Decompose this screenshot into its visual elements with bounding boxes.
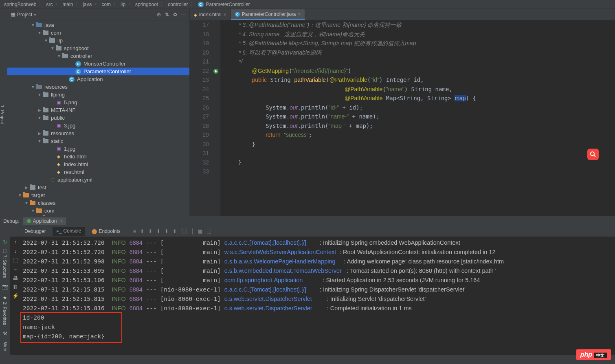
wrap-icon[interactable]: ⬚	[12, 257, 19, 263]
close-icon[interactable]: ×	[224, 12, 226, 18]
breadcrumb-item[interactable]: main	[62, 2, 73, 7]
favorites-tool-icon[interactable]: ★ 2: Favorites	[2, 295, 8, 325]
breadcrumb-item[interactable]: springBootweb	[4, 2, 36, 7]
breadcrumb-item[interactable]: ParameterController	[206, 2, 250, 7]
tree-item-application[interactable]: CApplication	[7, 75, 189, 83]
tree-item-index-html[interactable]: ◆index.html	[7, 160, 189, 168]
debug-panel: Debug: Application × Debugger▸_ Console⬤…	[0, 216, 615, 355]
tree-item-rest-html[interactable]: ◆rest.html	[7, 168, 189, 176]
tab-parametercontroller-java[interactable]: CParameterController.java×	[231, 9, 305, 20]
debug-action-icon[interactable]: ⬇	[148, 228, 152, 234]
debug-app-tab[interactable]: Application ×	[23, 217, 66, 225]
svg-line-2	[594, 155, 595, 157]
structure-tool-icon[interactable]: ⬚ 7: Structure	[2, 248, 8, 278]
left-tool-buttons: ⬚ 7: Structure 📷 ★ 2: Favorites ⚒ Web	[0, 244, 10, 355]
breadcrumb-item[interactable]: llp	[121, 2, 125, 7]
tree-item-5-png[interactable]: ▣5.png	[7, 99, 189, 106]
target-icon[interactable]: ⊕	[157, 12, 161, 18]
debug-tab-console[interactable]: ▸_ Console	[53, 227, 86, 236]
tree-item-com[interactable]: ▼com	[7, 207, 189, 215]
run-gutter-icon[interactable]	[213, 68, 220, 75]
tree-item-application-yml[interactable]: ⬚application.yml	[7, 176, 189, 184]
tree-item-com[interactable]: ▼com	[7, 29, 189, 37]
console-icons: ↑ ↓ ⬚ ≡ 🖶 🗑 ⚡	[10, 237, 20, 355]
line-gutter: 1718192021222324252627282930313233	[190, 20, 212, 216]
tree-item-public[interactable]: ▼public	[7, 114, 189, 122]
console-output[interactable]: 2022-07-31 21:51:52.720 INFO 6884 --- [ …	[20, 237, 615, 355]
editor-area: ◆index.html×CParameterController.java× 1…	[190, 9, 615, 216]
tree-item-hello-html[interactable]: ◆hello.html	[7, 153, 189, 160]
debug-action-icon[interactable]: ≡	[133, 228, 136, 234]
debug-tab-endpoints[interactable]: ⬤ Endpoints	[88, 227, 124, 235]
project-tool-button[interactable]: 1: Project	[0, 9, 7, 216]
svg-point-1	[591, 152, 594, 156]
tree-item-classes[interactable]: ▼classes	[7, 199, 189, 207]
project-header: ▦ Project ▾ ⊕ ⇅ ✿ —	[7, 9, 189, 20]
debug-subtabs: Debugger▸_ Console⬤ Endpoints≡⬆⬇⬇⬇⬆⬛│▦⬚	[0, 226, 615, 237]
debug-action-icon[interactable]: ▦	[198, 228, 202, 234]
debug-action-icon[interactable]: ⬆	[140, 228, 144, 234]
breadcrumb[interactable]: springBootweb〉src〉main〉java〉com〉llp〉spri…	[0, 0, 615, 9]
tree-item-llp[interactable]: ▼llp	[7, 37, 189, 44]
breadcrumb-item[interactable]: springboot	[135, 2, 158, 7]
tree-item-meta-inf[interactable]: ▶META-INF	[7, 106, 189, 114]
svg-point-3	[27, 219, 31, 223]
tree-item-target[interactable]: ▼target	[7, 191, 189, 199]
debug-header: Debug: Application ×	[0, 216, 615, 226]
expand-icon[interactable]: ⇅	[165, 12, 169, 18]
project-panel: ▦ Project ▾ ⊕ ⇅ ✿ — ▼java▼com▼llp▼spring…	[7, 9, 190, 216]
filter-icon[interactable]: ⚡	[12, 293, 19, 299]
tree-item-llpimg[interactable]: ▼llpimg	[7, 91, 189, 99]
tree-item-test[interactable]: ▶test	[7, 184, 189, 191]
tree-item-llp[interactable]: ▶llp	[7, 215, 189, 216]
breadcrumb-item[interactable]: com	[101, 2, 111, 7]
tree-item-resources[interactable]: ▼resources	[7, 83, 189, 91]
tree-item-3-jpg[interactable]: ▣3.jpg	[7, 122, 189, 129]
php-badge: php中文	[576, 349, 611, 360]
tree-item-resources[interactable]: ▶resources	[7, 129, 189, 137]
gutter-icons	[212, 20, 220, 216]
tree-item-springboot[interactable]: ▼springboot	[7, 44, 189, 52]
breadcrumb-item[interactable]: java	[83, 2, 92, 7]
tree-item-parametercontroller[interactable]: CParameterController	[7, 68, 189, 75]
close-icon[interactable]: ×	[60, 218, 63, 224]
code-area[interactable]: * 3. @PathVariable("name")：这里name 和{name…	[220, 20, 615, 216]
editor-tabs: ◆index.html×CParameterController.java×	[190, 9, 615, 20]
debug-action-icon[interactable]: ⬆	[173, 228, 177, 234]
down-icon[interactable]: ↓	[12, 248, 19, 254]
breadcrumb-item[interactable]: controller	[168, 2, 188, 7]
editor-body[interactable]: 1718192021222324252627282930313233 * 3. …	[190, 20, 615, 216]
debug-action-icon[interactable]: ⬛	[181, 228, 187, 234]
print-icon[interactable]: 🖶	[12, 275, 19, 281]
clear-icon[interactable]: 🗑	[12, 284, 19, 290]
scroll-icon[interactable]: ≡	[12, 266, 19, 272]
tab-index-html[interactable]: ◆index.html×	[190, 9, 231, 20]
breadcrumb-item[interactable]: src	[46, 2, 53, 7]
tree-item-controller[interactable]: ▼controller	[7, 52, 189, 60]
tree-item-java[interactable]: ▼java	[7, 21, 189, 29]
search-icon[interactable]	[587, 149, 599, 160]
debug-action-icon[interactable]: ⬇	[156, 228, 160, 234]
up-icon[interactable]: ↑	[12, 239, 19, 246]
project-title: Project	[17, 12, 32, 18]
camera-icon[interactable]: 📷	[2, 284, 8, 289]
debug-label: Debug:	[3, 218, 19, 224]
project-tree[interactable]: ▼java▼com▼llp▼springboot▼controllerCMons…	[7, 20, 189, 216]
hide-icon[interactable]: —	[181, 12, 186, 18]
tree-item-monstercontroller[interactable]: CMonsterController	[7, 60, 189, 68]
debug-action-icon[interactable]: ⬇	[165, 228, 169, 234]
gear-icon[interactable]: ✿	[173, 12, 177, 18]
tree-item-static[interactable]: ▼static	[7, 137, 189, 145]
debug-action-icon[interactable]: │	[191, 228, 194, 234]
debug-tab-debugger[interactable]: Debugger	[20, 227, 50, 235]
web-tool-icon[interactable]: Web	[3, 342, 8, 351]
tree-item-1-jpg[interactable]: ▣1.jpg	[7, 145, 189, 153]
close-icon[interactable]: ×	[298, 11, 301, 17]
build-icon[interactable]: ⚒	[3, 331, 7, 336]
debug-action-icon[interactable]: ⬚	[206, 228, 211, 234]
